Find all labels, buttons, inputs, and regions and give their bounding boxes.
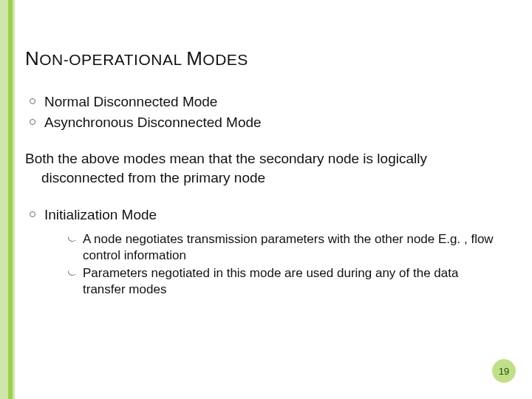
sub-list-item-text: A node negotiates transmission parameter…	[83, 232, 494, 262]
list-item-text: Asynchronous Disconnected Mode	[44, 115, 262, 130]
list-item: Normal Disconnected Mode	[25, 92, 511, 112]
accent-band-outer	[0, 0, 15, 399]
title-frag: ON	[39, 51, 64, 68]
body-paragraph: Both the above modes mean that the secon…	[25, 149, 499, 187]
accent-band-inner	[8, 0, 13, 399]
sub-list-item: Parameters negotiated in this mode are u…	[68, 265, 497, 298]
list-item-text: Normal Disconnected Mode	[44, 94, 217, 109]
sub-list-item: A node negotiates transmission parameter…	[68, 231, 497, 264]
title-frag: OPERATIONAL	[69, 51, 182, 68]
slide: NON-OPERATIONAL MODES Normal Disconnecte…	[0, 0, 532, 399]
list-item: Initialization Mode A node negotiates tr…	[25, 205, 511, 299]
sub-list-item-text: Parameters negotiated in this mode are u…	[83, 266, 458, 296]
bullet-list-bottom: Initialization Mode A node negotiates tr…	[25, 205, 511, 299]
list-item: Asynchronous Disconnected Mode	[25, 113, 511, 132]
page-number-badge: 19	[492, 359, 516, 383]
slide-title: NON-OPERATIONAL MODES	[25, 47, 511, 70]
list-item-text: Initialization Mode	[44, 207, 157, 222]
bullet-list-top: Normal Disconnected Mode Asynchronous Di…	[25, 92, 511, 132]
title-frag: M	[186, 47, 202, 69]
title-frag: N	[25, 47, 39, 69]
slide-content: NON-OPERATIONAL MODES Normal Disconnecte…	[25, 47, 511, 316]
sub-bullet-list: A node negotiates transmission parameter…	[44, 231, 511, 298]
title-frag: ODES	[202, 51, 248, 68]
page-number: 19	[499, 366, 509, 377]
